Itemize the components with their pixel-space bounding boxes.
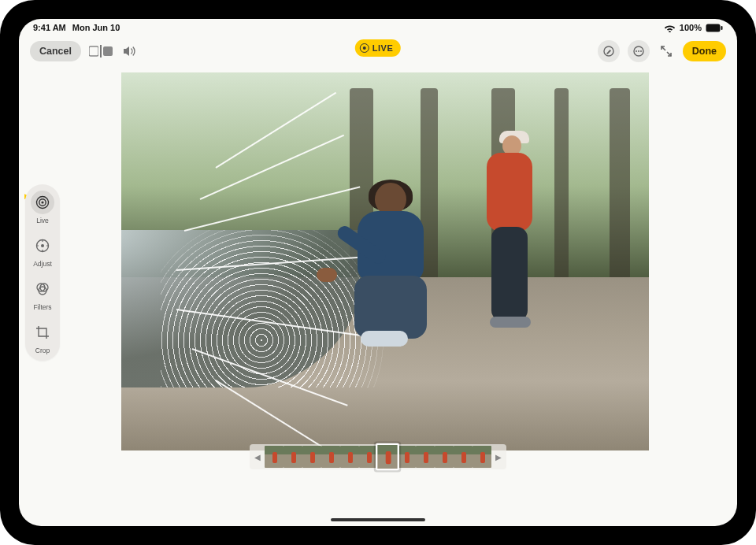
fullscreen-icon[interactable]: [658, 43, 675, 60]
live-photo-badge[interactable]: LIVE: [355, 39, 401, 57]
keyframe-filmstrip[interactable]: ◀ ▶: [250, 444, 506, 469]
sidebar-item-label: Crop: [35, 347, 50, 354]
svg-point-11: [41, 201, 43, 203]
filmstrip-frame[interactable]: [359, 446, 378, 468]
filmstrip-frame[interactable]: [435, 446, 454, 468]
filmstrip-frame[interactable]: [376, 444, 398, 469]
svg-point-8: [640, 50, 642, 52]
svg-rect-3: [103, 46, 113, 56]
filmstrip-prev-icon[interactable]: ◀: [253, 446, 262, 468]
person-splashing: [334, 183, 444, 356]
status-time: 9:41 AM: [33, 23, 66, 32]
adjust-tool-icon: [31, 234, 54, 258]
filmstrip-frame[interactable]: [321, 446, 340, 468]
sidebar-item-live[interactable]: Live: [27, 191, 58, 224]
compare-icon[interactable]: [89, 43, 113, 59]
cancel-button[interactable]: Cancel: [30, 41, 81, 61]
wifi-icon: [664, 24, 676, 32]
filmstrip-frame[interactable]: [284, 446, 302, 468]
filmstrip-frame[interactable]: [340, 446, 359, 468]
svg-point-7: [638, 50, 639, 52]
filmstrip-frame[interactable]: [397, 446, 416, 468]
markup-button[interactable]: [598, 40, 620, 62]
edit-mode-sidebar: Live Adjust Filters Crop: [25, 184, 60, 361]
sidebar-item-label: Live: [36, 217, 49, 224]
live-tool-icon: [31, 191, 54, 214]
filmstrip-frame[interactable]: [302, 446, 321, 468]
battery-icon: [706, 24, 723, 32]
sidebar-item-label: Adjust: [33, 260, 52, 268]
live-icon: [360, 43, 369, 53]
status-date: Mon Jun 10: [72, 23, 120, 32]
svg-rect-0: [706, 24, 721, 32]
status-bar: 9:41 AM Mon Jun 10 100%: [19, 19, 737, 36]
more-button[interactable]: [628, 40, 650, 62]
filters-tool-icon: [31, 277, 54, 301]
filmstrip-frame[interactable]: [265, 446, 284, 468]
volume-icon[interactable]: [120, 43, 138, 60]
svg-rect-1: [721, 26, 723, 30]
sidebar-item-label: Filters: [33, 303, 51, 311]
sidebar-item-adjust[interactable]: Adjust: [27, 234, 58, 268]
done-button[interactable]: Done: [683, 41, 726, 61]
sidebar-item-crop[interactable]: Crop: [27, 321, 58, 354]
sidebar-item-filters[interactable]: Filters: [27, 277, 58, 311]
filmstrip-frame[interactable]: [472, 446, 491, 468]
svg-rect-2: [89, 46, 98, 56]
home-indicator[interactable]: [331, 518, 425, 521]
svg-point-6: [636, 50, 637, 52]
crop-tool-icon: [31, 321, 54, 344]
live-badge-label: LIVE: [372, 43, 393, 53]
battery-percent: 100%: [680, 23, 702, 32]
filmstrip-frame[interactable]: [454, 446, 472, 468]
photo-preview[interactable]: [121, 72, 649, 450]
person-standing: [476, 131, 547, 336]
filmstrip-next-icon[interactable]: ▶: [494, 446, 503, 468]
svg-point-13: [41, 244, 44, 247]
filmstrip-frame[interactable]: [416, 446, 435, 468]
